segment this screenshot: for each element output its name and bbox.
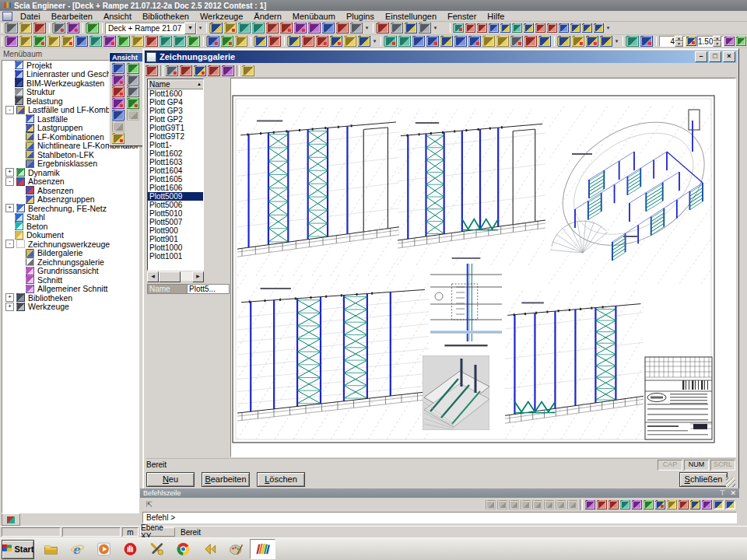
delete-view-icon[interactable] [112, 121, 124, 132]
rendering-icon[interactable] [510, 36, 523, 47]
tree-item-ergebnisklassen[interactable]: Ergebnisklassen [2, 159, 139, 169]
view-front-icon[interactable] [535, 23, 545, 33]
copy-plot-icon[interactable] [180, 65, 192, 76]
select-by-cursor-icon[interactable] [384, 36, 397, 47]
plot-list-item[interactable]: Plott5007 [148, 218, 203, 226]
color-palette-icon[interactable] [377, 23, 389, 33]
printer-icon[interactable] [308, 23, 321, 33]
export-view-icon[interactable] [572, 36, 584, 47]
print-view-icon[interactable] [586, 36, 598, 47]
refresh-icon[interactable] [626, 36, 639, 47]
view-z-icon[interactable] [112, 75, 124, 86]
save-project-icon[interactable] [33, 23, 46, 33]
plot-list-item[interactable]: Plott1606 [148, 184, 203, 192]
scale-apply-icon[interactable] [686, 37, 696, 46]
drawing-canvas[interactable] [230, 78, 736, 457]
taskbar-internet-explorer[interactable]: e [65, 539, 90, 559]
orto-snap-icon[interactable] [608, 500, 619, 509]
hinge-icon[interactable] [160, 36, 172, 47]
ucs-front-icon[interactable] [465, 23, 475, 33]
move-icon[interactable] [302, 36, 314, 47]
view-parameters-icon[interactable] [112, 133, 124, 144]
node-snap-icon[interactable] [655, 500, 665, 509]
pin-icon[interactable]: ⊤ [720, 489, 726, 497]
dot-grid-snap-icon[interactable] [714, 500, 724, 509]
cancel-select-icon[interactable] [521, 500, 531, 509]
truss-icon[interactable] [117, 36, 130, 47]
tree-item-stahlbeton-lfk[interactable]: Stahlbeton-LFK [2, 150, 139, 159]
expand-icon[interactable]: + [5, 204, 14, 212]
redo-icon[interactable] [67, 23, 79, 33]
scale-icon[interactable] [344, 36, 356, 47]
plot-list-item[interactable]: Plott5006 [148, 201, 203, 209]
zoom-scale-spinner[interactable]: 1.50▲▼ [697, 36, 724, 47]
add-select-icon[interactable] [532, 500, 542, 509]
rotate-icon[interactable] [330, 36, 342, 47]
tree-item-grundrissansicht[interactable]: Grundrissansicht [2, 267, 139, 276]
plot-list-item[interactable]: Plott GP3 [148, 107, 203, 115]
gallery-export-icon[interactable] [336, 23, 349, 33]
expand-icon[interactable]: + [5, 303, 14, 311]
project-selector[interactable]: Deck + Rampe 21.07▼ [105, 23, 197, 34]
zoom-in-icon[interactable] [112, 86, 124, 97]
plot-list-item[interactable]: Plott1603 [148, 158, 203, 166]
plane-toggle[interactable]: Ebene XY [140, 527, 175, 537]
hscroll-thumb[interactable] [159, 271, 181, 282]
menu-item-bearbeiten[interactable]: Bearbeiten [46, 12, 98, 21]
menu-item-datei[interactable]: Datei [15, 12, 46, 21]
menu-item-hilfe[interactable]: Hilfe [482, 12, 510, 21]
store-view-icon[interactable] [127, 110, 139, 121]
load-panel-icon[interactable] [174, 36, 186, 47]
support-icon[interactable] [146, 36, 158, 47]
node-icon[interactable] [235, 36, 247, 47]
plot-list-item[interactable]: Plott900 [148, 226, 203, 235]
minimize-button[interactable]: – [695, 51, 707, 62]
select-previous-icon[interactable] [412, 36, 425, 47]
cancel-snap-icon[interactable] [620, 500, 630, 509]
previous-select-icon[interactable] [567, 500, 577, 509]
tree-item-stahl[interactable]: Stahl [2, 213, 139, 222]
table-composer-icon[interactable] [280, 23, 293, 33]
view-x-icon[interactable] [112, 63, 124, 74]
select-all-icon[interactable] [426, 36, 439, 47]
document-icon[interactable] [238, 23, 251, 33]
expand-icon[interactable]: + [5, 168, 14, 177]
toggle-snap-icon[interactable] [254, 36, 267, 47]
point-select-icon[interactable] [497, 500, 507, 509]
tree-item-berechnung-fe-netz[interactable]: +Berechnung, FE-Netz [2, 204, 139, 213]
tree-item-beton[interactable]: Beton [2, 222, 139, 231]
plot-list-item[interactable]: Plott1600 [148, 89, 203, 98]
zoom-all-icon[interactable] [127, 98, 139, 109]
menu-item-ansicht[interactable]: Ansicht [98, 12, 137, 21]
plot-list-item[interactable]: PlottG9T1 [148, 124, 203, 132]
ucs-top-icon[interactable] [454, 23, 464, 33]
plot-list-item[interactable]: Plott1605 [148, 175, 203, 184]
preview-plot-icon[interactable] [242, 65, 254, 76]
print-data-icon[interactable] [224, 23, 237, 33]
circle-select-icon[interactable] [509, 500, 519, 509]
new-project-icon[interactable] [5, 23, 18, 33]
slab-icon[interactable] [47, 36, 60, 47]
comments-icon[interactable] [419, 23, 431, 33]
copy-icon[interactable] [288, 36, 300, 47]
select-by-window-icon[interactable] [398, 36, 411, 47]
window-layout-icon[interactable] [86, 23, 99, 33]
line-select-icon[interactable] [486, 500, 496, 509]
column-icon[interactable] [19, 36, 32, 47]
wall-icon[interactable] [61, 36, 74, 47]
scroll-left-icon[interactable]: ◀ [147, 271, 159, 282]
labels-icon[interactable] [524, 36, 537, 47]
resize-grip[interactable] [726, 478, 735, 487]
plot-list-item[interactable]: Plott901 [148, 235, 203, 243]
render-view-icon[interactable] [127, 75, 139, 86]
preview-icon[interactable] [322, 23, 335, 33]
menu-item-plugins[interactable]: Plugins [341, 12, 380, 21]
tree-item-bibliotheken[interactable]: +Bibliotheken [2, 293, 139, 303]
plot-list-item[interactable]: PlottG9T2 [148, 132, 203, 141]
display-scale-spinner[interactable]: 4▲▼ [659, 36, 686, 47]
plot-list-item[interactable]: Plott5009 [148, 192, 203, 201]
rib-icon[interactable] [89, 36, 102, 47]
command-panel-titlebar[interactable]: Befehlszeile ⊤ ✕ [140, 488, 739, 498]
ucs-rotate-icon[interactable] [500, 23, 510, 33]
zoom-out-icon[interactable] [127, 86, 139, 97]
